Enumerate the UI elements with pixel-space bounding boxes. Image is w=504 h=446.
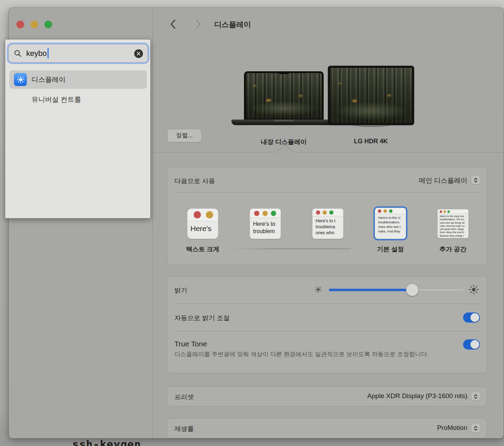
brightness-slider[interactable] (329, 289, 463, 291)
scaling-scale-line (231, 249, 351, 249)
brightness-fill (329, 289, 412, 291)
preview-traffic-dot (447, 210, 450, 213)
refresh-rate-label: 재생률 (174, 424, 194, 433)
preview-titlebar (312, 209, 343, 216)
displays-divider (153, 152, 504, 152)
preview-titlebar (375, 208, 406, 214)
refresh-rate-card: 재생률 ProMotion (167, 418, 487, 438)
minimize-button[interactable] (30, 21, 38, 28)
zoom-button[interactable] (44, 21, 52, 28)
scaling-preview-window: Here's (187, 208, 218, 239)
preview-titlebar (438, 209, 468, 214)
scaling-option-selected[interactable]: Here's to the crtroublemakers.ones who s… (375, 208, 406, 239)
preset-label: 프리셋 (174, 393, 194, 401)
close-button[interactable] (16, 21, 24, 28)
back-button[interactable] (169, 19, 177, 29)
brightness-high-icon (469, 285, 479, 295)
scaling-preview-window: Here's totroublem (250, 208, 281, 239)
wallpaper-forest (330, 68, 412, 123)
scaling-option[interactable]: Here's (187, 208, 218, 239)
monitor-screen (328, 66, 414, 125)
preview-text: Here's to the crazy onetroublemakers. Th… (438, 214, 468, 237)
chevron-left-icon (169, 19, 177, 29)
x-icon (137, 52, 141, 56)
preview-traffic-dot (440, 210, 442, 213)
scaling-option[interactable]: Here's totroublem (250, 208, 281, 239)
window-controls (16, 21, 52, 28)
scaling-option-label: 텍스트 크게 (175, 245, 231, 253)
preview-text: Here's (187, 221, 218, 233)
preview-text: Here's to ttroublemaones who (312, 216, 343, 236)
preview-traffic-dot (323, 210, 327, 215)
search-results-panel: keybo 디스플레이유니버설 컨트롤 (5, 39, 151, 218)
card-divider (174, 304, 480, 304)
search-result-item[interactable]: 디스플레이 (9, 70, 147, 89)
scaling-preview-window: Here's to the crazy onetroublemakers. Th… (437, 209, 469, 238)
brightness-low-icon (315, 286, 322, 293)
search-result-item[interactable]: 유니버설 컨트롤 (9, 90, 147, 109)
true-tone-label: True Tone (174, 340, 207, 348)
preview-traffic-dot (389, 209, 393, 213)
toggle-knob (470, 313, 479, 322)
main-panel: 디스플레이 정렬... 내장 디스플레이 LG HDR 4K (153, 8, 504, 438)
scaling-option[interactable]: Here's to the crazy onetroublemakers. Th… (437, 209, 469, 238)
brightness-label: 밝기 (174, 286, 187, 295)
search-icon (14, 50, 22, 57)
lg-display-label: LG HDR 4K (329, 138, 413, 145)
preview-traffic-dot (383, 209, 387, 213)
refresh-rate-value[interactable]: ProMotion (437, 424, 467, 432)
wallpaper-forest (246, 73, 322, 118)
preview-traffic-dot (206, 211, 213, 218)
display-thumbnail-builtin[interactable] (231, 71, 336, 125)
scaling-option-label: 기본 설정 (362, 245, 418, 253)
preview-titlebar (187, 209, 218, 221)
preview-traffic-dot (254, 211, 259, 216)
display-thumbnail-lg[interactable] (328, 66, 414, 127)
chevron-right-icon (194, 19, 202, 29)
refresh-rate-stepper[interactable] (471, 424, 480, 432)
laptop-screen (244, 71, 324, 120)
clear-search-button[interactable] (134, 49, 143, 58)
use-as-stepper[interactable] (471, 176, 480, 184)
preview-text: Here's totroublem (250, 218, 281, 235)
preview-traffic-dot (444, 210, 446, 213)
brightness-card: 밝기 자동으로 밝기 조절 True Tone (167, 276, 487, 373)
desktop-terminal-text: ssh-keygen (72, 438, 141, 446)
preset-stepper[interactable] (471, 392, 480, 401)
stepper-chevrons-icon (473, 394, 478, 399)
search-result-label: 유니버설 컨트롤 (31, 95, 81, 104)
text-caret (48, 48, 49, 58)
page-title: 디스플레이 (214, 20, 251, 29)
preview-traffic-dot (194, 211, 201, 218)
auto-brightness-toggle[interactable] (463, 312, 480, 323)
resolution-card: 다음으로 사용 메인 디스플레이 Here'sHere's totroublem… (167, 167, 487, 265)
toggle-knob (470, 340, 479, 349)
selected-display-pointer (275, 144, 294, 152)
forward-button[interactable] (194, 19, 202, 29)
preset-value[interactable]: Apple XDR Display (P3-1600 nits) (367, 392, 467, 400)
arrange-displays-button[interactable]: 정렬... (167, 129, 202, 142)
preview-traffic-dot (329, 210, 333, 215)
preview-text: Here's to the crtroublemakers.ones who s… (375, 214, 406, 233)
scaling-preview-window: Here's to the crtroublemakers.ones who s… (375, 208, 406, 239)
auto-brightness-label: 자동으로 밝기 조절 (174, 314, 230, 322)
stepper-chevrons-icon (473, 178, 478, 183)
preview-traffic-dot (316, 210, 320, 215)
use-as-value[interactable]: 메인 디스플레이 (419, 176, 467, 185)
preview-traffic-dot (271, 211, 276, 216)
preview-traffic-dot (262, 211, 268, 216)
display-brightness-icon (14, 73, 27, 86)
preset-card: 프리셋 Apple XDR Display (P3-1600 nits) (167, 386, 487, 407)
card-divider (174, 331, 480, 331)
scaling-preview-window: Here's to ttroublemaones who (312, 208, 344, 239)
preview-titlebar (250, 209, 281, 218)
scaling-option-label: 추가 공간 (425, 245, 481, 253)
brightness-knob[interactable] (406, 284, 418, 296)
scaling-option[interactable]: Here's to ttroublemaones who (312, 208, 344, 239)
search-result-label: 디스플레이 (31, 75, 66, 84)
true-tone-description: 디스플레이를 주변광에 맞춰 색상이 다른 환경에서도 일관적으로 보이도록 자… (174, 349, 435, 360)
stepper-chevrons-icon (473, 426, 478, 431)
true-tone-toggle[interactable] (463, 339, 480, 350)
search-input[interactable]: keybo (8, 44, 148, 63)
card-divider (174, 192, 480, 193)
